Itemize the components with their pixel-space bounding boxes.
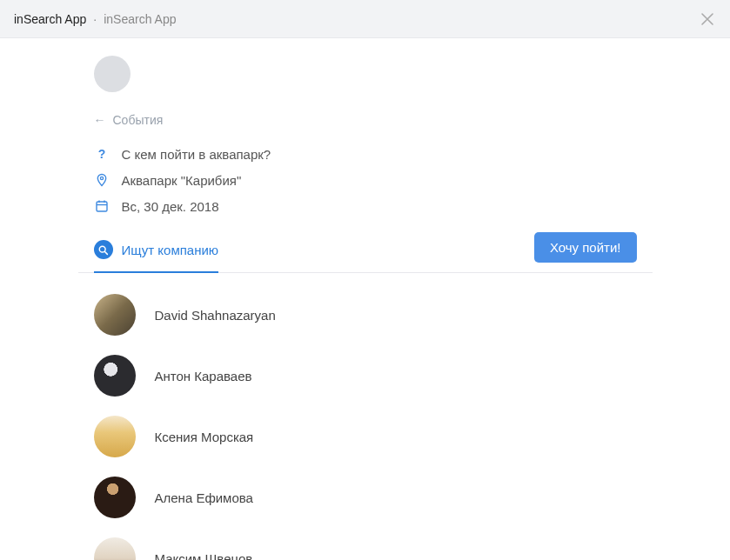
svg-point-1 xyxy=(100,177,103,179)
list-item[interactable]: David Shahnazaryan xyxy=(94,294,637,336)
header-titles: inSearch App · inSearch App xyxy=(14,12,176,26)
search-people-icon xyxy=(94,240,113,259)
close-icon xyxy=(700,12,714,26)
calendar-icon xyxy=(94,198,110,214)
arrow-left-icon: ← xyxy=(94,113,106,127)
event-date-row: Вс, 30 дек. 2018 xyxy=(94,198,653,214)
list-item[interactable]: Алена Ефимова xyxy=(94,477,637,518)
list-item[interactable]: Антон Караваев xyxy=(94,355,637,397)
avatar xyxy=(94,477,136,518)
question-icon: ? xyxy=(94,146,110,162)
tab-looking-label: Ищут компанию xyxy=(122,243,219,257)
back-link[interactable]: ← События xyxy=(94,113,653,127)
event-info: ? С кем пойти в аквапарк? Аквапарк "Кари… xyxy=(94,146,653,214)
location-pin-icon xyxy=(94,172,110,188)
modal-header: inSearch App · inSearch App xyxy=(0,0,730,38)
people-list: David Shahnazaryan Антон Караваев Ксения… xyxy=(78,273,653,560)
header-title-secondary: inSearch App xyxy=(104,12,176,26)
svg-text:?: ? xyxy=(97,147,105,161)
svg-line-7 xyxy=(104,251,107,254)
event-question-row: ? С кем пойти в аквапарк? xyxy=(94,146,653,162)
app-avatar-placeholder xyxy=(94,56,131,92)
svg-rect-2 xyxy=(97,202,107,211)
person-name: Максим Швецов xyxy=(155,551,253,561)
event-question: С кем пойти в аквапарк? xyxy=(122,147,271,162)
event-date: Вс, 30 дек. 2018 xyxy=(122,199,219,214)
tab-looking-company[interactable]: Ищут компанию xyxy=(94,231,219,273)
tabs-row: Ищут компанию Хочу пойти! xyxy=(78,231,653,273)
person-name: David Shahnazaryan xyxy=(155,308,276,323)
list-item[interactable]: Максим Швецов xyxy=(94,537,637,560)
header-title-primary: inSearch App xyxy=(14,12,86,26)
event-location: Аквапарк "Карибия" xyxy=(122,173,242,188)
list-item[interactable]: Ксения Морская xyxy=(94,416,637,457)
event-location-row: Аквапарк "Карибия" xyxy=(94,172,653,188)
person-name: Ксения Морская xyxy=(155,430,254,444)
content: ← События ? С кем пойти в аквапарк? Аква… xyxy=(78,38,653,560)
avatar xyxy=(94,294,136,336)
header-separator: · xyxy=(93,12,97,26)
avatar xyxy=(94,355,136,397)
back-label: События xyxy=(113,113,164,127)
person-name: Алена Ефимова xyxy=(155,490,253,505)
avatar xyxy=(94,416,136,457)
person-name: Антон Караваев xyxy=(155,369,252,383)
close-button[interactable] xyxy=(699,10,716,28)
want-go-button[interactable]: Хочу пойти! xyxy=(534,232,637,263)
avatar xyxy=(94,537,136,560)
